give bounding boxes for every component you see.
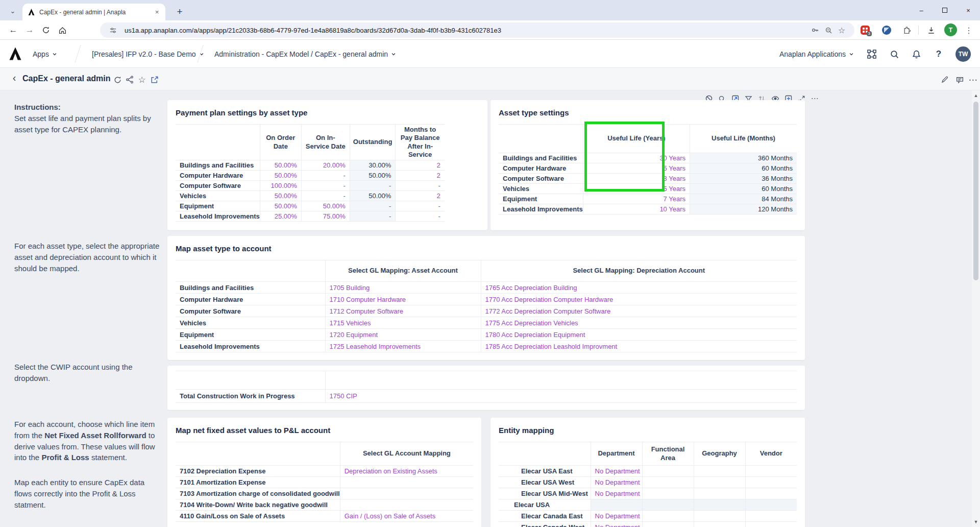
editable-cell[interactable]: 2 xyxy=(396,191,445,201)
card-more-icon[interactable]: ⋯ xyxy=(811,94,819,103)
browser-profile-avatar[interactable]: T xyxy=(944,23,957,36)
empty-cell[interactable] xyxy=(745,466,797,477)
password-key-icon[interactable] xyxy=(808,23,822,37)
editable-cell[interactable]: 7 Years xyxy=(583,194,690,204)
editable-cell[interactable]: - xyxy=(301,191,350,201)
nav-app-selector[interactable]: [Presales] IFP v2.0 - Base Demo xyxy=(92,40,204,68)
editable-cell[interactable]: 5 Years xyxy=(583,184,690,194)
dropdown-cell[interactable]: No Department xyxy=(591,477,642,488)
open-in-new-icon[interactable] xyxy=(149,74,160,85)
zoom-page-icon[interactable] xyxy=(822,23,835,37)
cwip-dropdown-cell[interactable]: 1750 CIP xyxy=(325,390,797,403)
dropdown-cell[interactable]: No Department xyxy=(591,511,642,522)
editable-cell[interactable]: - xyxy=(396,181,445,191)
editable-cell[interactable]: 75.00% xyxy=(301,211,350,222)
dropdown-cell[interactable]: 1775 Acc Depreciation Vehicles xyxy=(481,317,797,329)
extensions-puzzle-icon[interactable] xyxy=(900,24,913,36)
refresh-icon[interactable] xyxy=(112,74,123,85)
editable-cell[interactable]: 2 xyxy=(396,160,445,171)
empty-cell[interactable] xyxy=(694,477,745,488)
empty-cell[interactable] xyxy=(642,477,694,488)
forward-button[interactable]: → xyxy=(22,23,37,37)
empty-cell[interactable] xyxy=(642,511,694,522)
back-button[interactable]: ← xyxy=(6,23,20,37)
comments-icon[interactable] xyxy=(954,74,965,85)
empty-cell[interactable] xyxy=(694,466,745,477)
home-button[interactable] xyxy=(55,23,69,37)
empty-cell[interactable] xyxy=(694,522,745,527)
empty-cell[interactable] xyxy=(745,477,797,488)
model-management-icon[interactable] xyxy=(865,47,878,61)
minimize-button[interactable]: – xyxy=(910,0,933,20)
dropdown-cell[interactable]: 1785 Acc Depreciation Leashold Improvmen… xyxy=(481,341,797,352)
notifications-bell-icon[interactable] xyxy=(910,47,923,61)
download-icon[interactable] xyxy=(925,24,937,36)
editable-cell[interactable]: 30 Years xyxy=(583,153,690,163)
tab-close-icon[interactable]: × xyxy=(153,8,161,16)
dropdown-cell[interactable]: 1712 Computer Software xyxy=(325,305,481,317)
editable-cell[interactable]: 10 Years xyxy=(583,204,690,214)
browser-menu-kebab-icon[interactable]: ⋮ xyxy=(963,24,975,36)
dropdown-cell[interactable]: 1765 Acc Depreciation Building xyxy=(481,282,797,294)
extension-blue-icon[interactable] xyxy=(880,24,893,36)
empty-cell[interactable] xyxy=(745,488,797,499)
tab-search-chevron-icon[interactable]: ⌄ xyxy=(6,4,19,17)
empty-cell[interactable] xyxy=(694,511,745,522)
site-settings-icon[interactable] xyxy=(106,23,119,37)
editable-cell[interactable]: 25.00% xyxy=(260,211,301,222)
favorite-star-icon[interactable]: ☆ xyxy=(136,74,148,85)
editable-cell[interactable]: 50.00% xyxy=(260,160,301,171)
empty-cell[interactable] xyxy=(694,488,745,499)
empty-cell[interactable] xyxy=(745,511,797,522)
empty-cell[interactable] xyxy=(745,522,797,527)
dropdown-cell[interactable]: No Department xyxy=(591,522,642,527)
nav-apps-menu[interactable]: Apps xyxy=(33,40,57,68)
help-icon[interactable]: ? xyxy=(932,47,945,61)
dropdown-cell[interactable] xyxy=(340,488,473,499)
edit-pencil-icon[interactable] xyxy=(939,74,950,85)
new-tab-button[interactable]: + xyxy=(173,5,187,19)
user-avatar[interactable]: TW xyxy=(955,46,971,62)
browser-tab[interactable]: CapEx - general admin | Anapla × xyxy=(22,4,165,20)
editable-cell[interactable]: 50.00% xyxy=(301,201,350,211)
dropdown-cell[interactable]: 1725 Leasehold Improvements xyxy=(325,341,481,352)
empty-cell[interactable] xyxy=(642,466,694,477)
editable-cell[interactable]: - xyxy=(396,201,445,211)
editable-cell[interactable]: - xyxy=(301,171,350,181)
maximize-button[interactable] xyxy=(933,0,957,20)
editable-cell[interactable]: - xyxy=(301,181,350,191)
nav-model-selector[interactable]: Administration - CapEx Model / CapEx - g… xyxy=(214,40,396,68)
extension-red-icon[interactable]: 3 xyxy=(859,24,871,36)
editable-cell[interactable]: 50.00% xyxy=(260,171,301,181)
search-icon[interactable] xyxy=(888,47,901,61)
editable-cell[interactable]: - xyxy=(396,211,445,222)
dropdown-cell[interactable]: 1772 Acc Depreciation Computer Software xyxy=(481,305,797,317)
dropdown-cell[interactable]: 1715 Vehicles xyxy=(325,317,481,329)
anaplan-logo[interactable] xyxy=(8,46,22,61)
scroll-down-icon[interactable]: ▼ xyxy=(972,518,980,526)
scrollbar-thumb[interactable] xyxy=(973,102,978,280)
dropdown-cell[interactable]: 1780 Acc Depreciation Equipment xyxy=(481,329,797,341)
editable-cell[interactable]: 100.00% xyxy=(260,181,301,191)
editable-cell[interactable]: 50.00% xyxy=(260,191,301,201)
editable-cell[interactable]: 5 Years xyxy=(583,163,690,174)
editable-cell[interactable]: 3 Years xyxy=(583,174,690,184)
dropdown-cell[interactable]: 1710 Computer Hardware xyxy=(325,294,481,305)
dropdown-cell[interactable] xyxy=(340,477,473,488)
editable-cell[interactable]: 20.00% xyxy=(301,160,350,171)
more-options-icon[interactable]: ⋯ xyxy=(967,74,978,85)
dropdown-cell[interactable]: 1705 Building xyxy=(325,282,481,294)
nav-applications-menu[interactable]: Anaplan Applications xyxy=(779,40,854,68)
dropdown-cell[interactable]: Gain / (Loss) on Sale of Assets xyxy=(340,511,473,522)
url-input[interactable]: us1a.app.anaplan.com/a/apps/app/21c2033b… xyxy=(100,22,854,38)
scroll-up-icon[interactable]: ▲ xyxy=(972,91,980,100)
editable-cell[interactable]: 2 xyxy=(396,171,445,181)
empty-cell[interactable] xyxy=(642,488,694,499)
dropdown-cell[interactable]: No Department xyxy=(591,488,642,499)
editable-cell[interactable]: 50.00% xyxy=(260,201,301,211)
share-icon[interactable] xyxy=(124,74,135,85)
close-window-button[interactable]: × xyxy=(957,0,980,20)
dropdown-cell[interactable]: Depreciation on Existing Assets xyxy=(340,466,473,477)
back-icon[interactable]: ‹ xyxy=(8,72,20,84)
bookmark-star-icon[interactable]: ☆ xyxy=(835,23,848,37)
